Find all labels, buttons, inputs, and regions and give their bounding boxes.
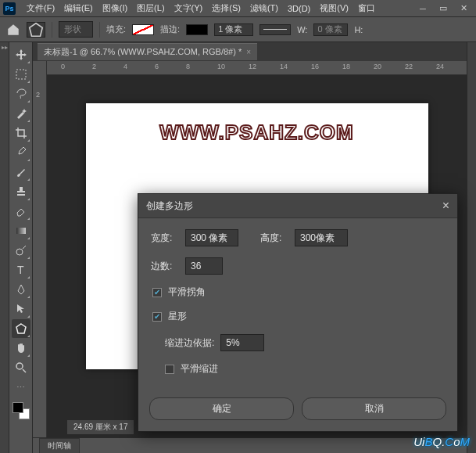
document-tab[interactable]: 未标题-1 @ 66.7% (WWW.PSAHZ.COM, RGB/8#) * … — [38, 43, 257, 60]
smooth-indent-checkbox[interactable] — [165, 365, 174, 374]
height-label: H: — [354, 25, 363, 34]
menu-edit[interactable]: 编辑(E) — [59, 2, 98, 14]
gradient-tool[interactable] — [12, 221, 30, 240]
smooth-corners-label: 平滑拐角 — [168, 286, 206, 299]
svg-rect-1 — [16, 70, 26, 79]
svg-point-3 — [16, 249, 23, 255]
path-select-tool[interactable] — [12, 300, 30, 318]
menu-view[interactable]: 视图(V) — [315, 2, 353, 14]
canvas-watermark-text: WWW.PSAHZ.COM — [159, 120, 353, 145]
width-input[interactable] — [313, 23, 348, 36]
app-logo: Ps — [3, 2, 16, 15]
tab-close-icon[interactable]: × — [246, 48, 251, 56]
polygon-tool-icon[interactable] — [27, 22, 45, 38]
right-panel-strip[interactable] — [467, 42, 476, 453]
eraser-tool[interactable] — [12, 202, 30, 221]
height-label: 高度: — [260, 232, 288, 245]
lasso-tool[interactable] — [12, 84, 30, 103]
status-bar: 时间轴 24.69 厘米 x 17 — [33, 437, 467, 453]
sides-label: 边数: — [151, 260, 179, 273]
indent-label: 缩进边依据: — [165, 336, 214, 350]
svg-text:T: T — [17, 264, 24, 276]
close-window-icon[interactable]: ✕ — [454, 2, 473, 16]
dialog-close-icon[interactable]: × — [442, 199, 449, 213]
ok-button[interactable]: 确定 — [149, 397, 294, 420]
stroke-width-input[interactable] — [214, 23, 253, 36]
fill-swatch[interactable] — [132, 24, 154, 35]
stamp-tool[interactable] — [12, 182, 30, 201]
sides-input[interactable] — [185, 257, 223, 275]
dodge-tool[interactable] — [12, 241, 30, 260]
width-label: W: — [297, 25, 307, 34]
marquee-tool[interactable] — [12, 65, 30, 84]
stroke-swatch[interactable] — [186, 24, 208, 35]
menu-select[interactable]: 选择(S) — [207, 2, 245, 14]
shape-mode-dropdown[interactable]: 形状 — [59, 21, 93, 38]
smooth-indent-label: 平滑缩进 — [181, 362, 218, 376]
svg-marker-5 — [16, 324, 26, 333]
menu-bar: Ps 文件(F) 编辑(E) 图像(I) 图层(L) 文字(Y) 选择(S) 滤… — [0, 0, 476, 17]
shape-tool[interactable] — [12, 319, 30, 338]
site-watermark: UiBQ.CoM — [413, 435, 470, 448]
home-icon[interactable] — [6, 23, 20, 37]
star-checkbox[interactable]: ✔ — [152, 312, 162, 322]
svg-marker-0 — [30, 23, 43, 36]
color-swatches[interactable] — [13, 402, 30, 419]
svg-point-6 — [16, 363, 23, 369]
dialog-title: 创建多边形 — [146, 200, 193, 213]
move-tool[interactable] — [12, 45, 30, 64]
svg-rect-2 — [16, 228, 26, 234]
zoom-tool[interactable] — [12, 358, 30, 377]
menu-file[interactable]: 文件(F) — [22, 2, 59, 14]
timeline-tab[interactable]: 时间轴 — [39, 438, 80, 454]
menu-window[interactable]: 窗口 — [353, 2, 380, 14]
ruler-horizontal[interactable]: 0 2 4 6 8 10 12 14 16 18 20 22 24 — [47, 61, 467, 75]
width-label: 宽度: — [151, 232, 179, 245]
ruler-corner — [33, 61, 47, 75]
create-polygon-dialog: 创建多边形 × 宽度: 高度: 边数: ✔ 平滑拐角 ✔ 星形 缩进边依据: — [138, 193, 458, 432]
document-tabs: 未标题-1 @ 66.7% (WWW.PSAHZ.COM, RGB/8#) * … — [33, 42, 467, 61]
eyedropper-tool[interactable] — [12, 143, 30, 162]
width-input[interactable] — [185, 229, 238, 246]
minimize-icon[interactable]: ─ — [413, 2, 432, 16]
smooth-corners-checkbox[interactable]: ✔ — [152, 288, 162, 297]
stroke-label: 描边: — [160, 23, 180, 35]
menu-3d[interactable]: 3D(D) — [283, 4, 315, 13]
pen-tool[interactable] — [12, 280, 30, 299]
toolbox: T ⋯ — [9, 42, 33, 453]
foreground-color[interactable] — [13, 402, 23, 413]
type-tool[interactable]: T — [12, 261, 30, 279]
height-input[interactable] — [295, 229, 348, 246]
tab-title: 未标题-1 @ 66.7% (WWW.PSAHZ.COM, RGB/8#) * — [44, 46, 242, 58]
maximize-icon[interactable]: ▭ — [434, 2, 453, 16]
ruler-vertical[interactable]: 2 — [33, 75, 47, 437]
wand-tool[interactable] — [12, 104, 30, 123]
menu-layer[interactable]: 图层(L) — [132, 2, 169, 14]
menu-type[interactable]: 文字(Y) — [170, 2, 208, 14]
indent-input[interactable] — [220, 334, 264, 351]
options-bar: 形状 填充: 描边: W: H: — [0, 17, 476, 42]
cancel-button[interactable]: 取消 — [302, 397, 446, 420]
expand-icon: ▸▸ — [2, 44, 8, 51]
status-dimensions: 24.69 厘米 x 17 — [67, 420, 134, 434]
dialog-titlebar[interactable]: 创建多边形 × — [138, 194, 457, 218]
fill-label: 填充: — [106, 23, 126, 35]
brush-tool[interactable] — [12, 163, 30, 182]
menu-image[interactable]: 图像(I) — [98, 2, 132, 14]
left-panel-strip[interactable]: ▸▸ — [0, 42, 9, 453]
star-label: 星形 — [168, 310, 187, 323]
edit-toolbar[interactable]: ⋯ — [12, 378, 30, 397]
menu-filter[interactable]: 滤镜(T) — [245, 2, 283, 14]
crop-tool[interactable] — [12, 124, 30, 142]
hand-tool[interactable] — [12, 339, 30, 358]
stroke-style-dropdown[interactable] — [259, 24, 291, 35]
